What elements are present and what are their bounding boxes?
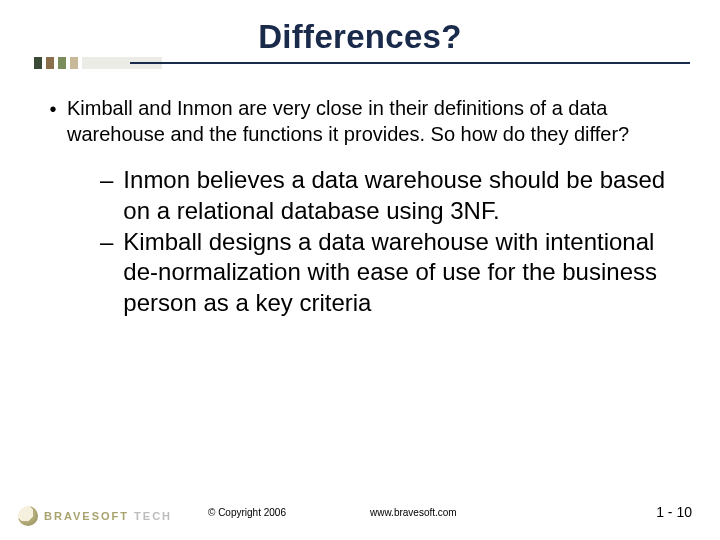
title-block: Differences? (0, 18, 720, 56)
dash-icon: – (100, 227, 113, 319)
bullet-level1: • Kimball and Inmon are very close in th… (48, 96, 684, 147)
title-decoration (0, 54, 720, 72)
logo-text: BRAVESOFT TECH (44, 510, 172, 522)
title-underline (130, 62, 690, 64)
bullet-text: Kimball designs a data warehouse with in… (123, 227, 684, 319)
footer: BRAVESOFT TECH © Copyright 2006 www.brav… (0, 498, 720, 526)
bullet-text: Kimball and Inmon are very close in thei… (67, 96, 684, 147)
deco-tick (58, 57, 66, 69)
slide: { "title": "Differences?", "bullets": { … (0, 0, 720, 540)
dash-icon: – (100, 165, 113, 226)
logo: BRAVESOFT TECH (18, 506, 172, 526)
content-area: • Kimball and Inmon are very close in th… (48, 96, 684, 319)
slide-title: Differences? (0, 18, 720, 56)
deco-tick (70, 57, 78, 69)
deco-tick (34, 57, 42, 69)
bullet-text: Inmon believes a data warehouse should b… (123, 165, 684, 226)
logo-mark-icon (18, 506, 38, 526)
bullet-level2: – Kimball designs a data warehouse with … (100, 227, 684, 319)
deco-tick (46, 57, 54, 69)
bullet-dot-icon: • (48, 96, 58, 147)
copyright-text: © Copyright 2006 (208, 507, 286, 518)
logo-text-b: TECH (134, 510, 172, 522)
footer-url: www.bravesoft.com (370, 507, 457, 518)
bullet-level2: – Inmon believes a data warehouse should… (100, 165, 684, 226)
bullet-level2-group: – Inmon believes a data warehouse should… (100, 165, 684, 319)
logo-text-a: BRAVESOFT (44, 510, 129, 522)
page-number: 1 - 10 (656, 504, 692, 520)
